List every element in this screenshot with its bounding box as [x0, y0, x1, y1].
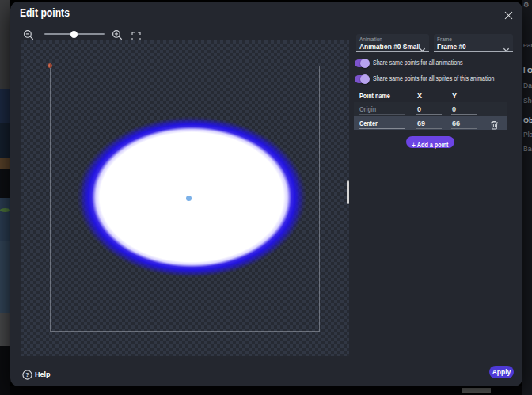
canvas-scrollbar[interactable] [347, 180, 349, 204]
point-x-field[interactable]: 69 [417, 120, 425, 127]
frame-select-value: Frame #0 [437, 42, 502, 51]
point-row-center[interactable]: Center 69 66 [354, 116, 507, 130]
frame-select[interactable]: Frame Frame #0 [434, 34, 513, 52]
point-x-field[interactable]: 0 [417, 105, 421, 113]
toggle-label: Share same points for all sprites of thi… [373, 75, 529, 82]
column-header-y: Y [452, 92, 457, 100]
chevron-down-icon [503, 41, 510, 55]
point-name-field[interactable]: Origin [359, 105, 381, 113]
bg-text-fragment: DaB [523, 82, 532, 89]
background-app-right-sliver: ⚙ ear l O DaB Sho Ob Pla Bac [522, 0, 532, 395]
add-point-button[interactable]: +Add a point [406, 136, 454, 148]
toggle-label: Share same points for all animations [373, 59, 488, 66]
animation-select-value: Animation #0 Small S [359, 42, 420, 51]
point-row-origin[interactable]: Origin 0 0 [354, 102, 507, 116]
bg-text-fragment: Sho [523, 97, 532, 104]
bg-text-fragment: Pla [523, 131, 532, 139]
background-app-left-sliver [0, 0, 10, 395]
center-point-marker[interactable] [186, 196, 192, 201]
chevron-down-icon [419, 41, 426, 55]
toggle-share-all-animations[interactable] [355, 59, 369, 67]
background-bottom-strip [10, 386, 522, 395]
column-header-point-name: Point name [359, 92, 398, 100]
sprite-canvas[interactable] [21, 40, 349, 356]
bg-text-fragment: Bac [523, 145, 532, 153]
frame-select-label: Frame [437, 36, 452, 42]
zoom-slider-thumb[interactable] [70, 31, 78, 38]
bg-text-fragment: l O [523, 66, 532, 74]
column-header-x: X [417, 92, 422, 100]
toggle-share-all-sprites[interactable] [355, 75, 369, 83]
delete-point-icon[interactable] [490, 119, 499, 133]
bg-text-fragment: Ob [523, 116, 532, 124]
plus-icon: + [412, 141, 416, 150]
gear-icon: ⚙ [523, 1, 530, 9]
animation-select[interactable]: Animation Animation #0 Small S [356, 34, 429, 52]
help-label[interactable]: Help [35, 370, 51, 378]
point-y-field[interactable]: 66 [452, 120, 460, 127]
point-name-field[interactable]: Center [359, 120, 382, 127]
point-y-field[interactable]: 0 [452, 105, 456, 113]
svg-text:?: ? [25, 371, 29, 378]
close-icon[interactable] [504, 9, 514, 18]
apply-button[interactable]: Apply [489, 366, 514, 378]
animation-select-label: Animation [359, 36, 382, 42]
sprite-bounding-box [50, 66, 320, 332]
dialog-title: Edit points [20, 6, 79, 19]
help-icon[interactable]: ? [22, 369, 32, 383]
bg-text-fragment: ear [523, 41, 532, 49]
origin-point-marker[interactable] [48, 63, 52, 68]
